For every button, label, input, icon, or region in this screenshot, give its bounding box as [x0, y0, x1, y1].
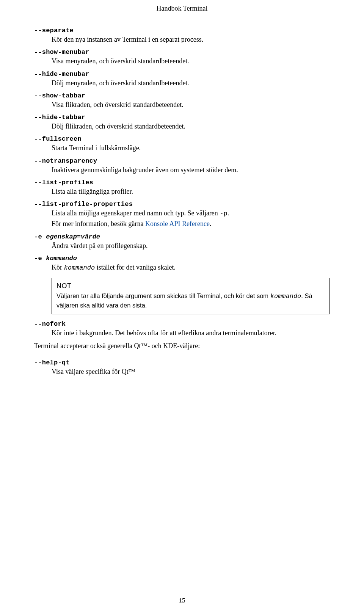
option-description: Starta Terminal i fullskärmsläge. — [52, 143, 330, 152]
option-description: Dölj fllikraden, och överskrid standardb… — [52, 122, 330, 131]
option-arg: kommando — [46, 255, 77, 262]
option-hide-menubar: --hide-menubar Dölj menyraden, och övers… — [34, 71, 330, 88]
option-notransparency: --notransparency Inaktivera genomskinlig… — [34, 157, 330, 174]
option-name: --list-profiles — [34, 179, 93, 186]
option-description: Kör kommando istället för det vanliga sk… — [52, 263, 330, 273]
option-description: Inaktivera genomskinliga bakgrunder även… — [52, 165, 330, 174]
option-name: --list-profile-properties — [34, 201, 133, 208]
konsole-api-link[interactable]: Konsole API Reference — [145, 220, 210, 227]
option-arg: egenskap=värde — [46, 233, 100, 240]
option-name: --show-tabbar — [34, 92, 85, 99]
option-fullscreen: --fullscreen Starta Terminal i fullskärm… — [34, 135, 330, 152]
option-name: --help-qt — [34, 359, 70, 366]
option-name: --hide-tabbar — [34, 114, 85, 121]
option-description: Ändra värdet på en profilegenskap. — [52, 241, 330, 250]
option-description: Visa menyraden, och överskrid standardbe… — [52, 56, 330, 66]
text: istället för det vanliga skalet. — [95, 264, 176, 271]
option-list-profile-properties: --list-profile-properties Lista alla möj… — [34, 201, 330, 228]
text: Lista alla möjliga egenskaper med namn o… — [52, 209, 220, 217]
option-description: Lista alla tillgängliga profiler. — [52, 187, 330, 196]
text: Väljaren tar alla följande argument som … — [56, 292, 270, 299]
option-nofork: --nofork Kör inte i bakgrunden. Det behö… — [34, 320, 330, 337]
option-show-tabbar: --show-tabbar Visa flikraden, och översk… — [34, 92, 330, 109]
text: . — [228, 209, 229, 217]
option-description: Visa väljare specifika för Qt™ — [52, 367, 330, 376]
option-help-qt: --help-qt Visa väljare specifika för Qt™ — [34, 359, 330, 376]
text: Kör — [52, 264, 64, 271]
text: För mer information, besök gärna — [52, 220, 145, 227]
option-hide-tabbar: --hide-tabbar Dölj fllikraden, och övers… — [34, 114, 330, 131]
option-name: -e — [34, 233, 46, 240]
option-description: Kör inte i bakgrunden. Det behövs ofta f… — [52, 328, 330, 337]
option-description: Kör den nya instansen av Terminal i en s… — [52, 35, 330, 44]
inline-code: kommando — [270, 293, 301, 300]
option-name: --notransparency — [34, 157, 97, 165]
option-name: --nofork — [34, 320, 66, 328]
option-name: --separate — [34, 27, 74, 34]
inline-code: kommando — [64, 264, 95, 271]
option-name: --hide-menubar — [34, 71, 89, 78]
option-name: --fullscreen — [34, 135, 82, 143]
generic-options-paragraph: Terminal accepterar också generella Qt™-… — [34, 342, 330, 350]
text: . — [210, 220, 212, 227]
option-description: Visa flikraden, och överskrid standardbe… — [52, 100, 330, 109]
note-title: NOT — [56, 282, 325, 290]
option-separate: --separate Kör den nya instansen av Term… — [34, 27, 330, 44]
option-description: För mer information, besök gärna Konsole… — [52, 219, 330, 228]
note-body: Väljaren tar alla följande argument som … — [56, 292, 325, 309]
inline-option: -p — [220, 210, 227, 217]
option-description: Dölj menyraden, och överskrid standardbe… — [52, 78, 330, 88]
option-e-command: -e kommando Kör kommando istället för de… — [34, 255, 330, 314]
option-name: --show-menubar — [34, 49, 89, 56]
page: Handbok Terminal --separate Kör den nya … — [0, 0, 364, 615]
option-description: Lista alla möjliga egenskaper med namn o… — [52, 209, 330, 218]
option-show-menubar: --show-menubar Visa menyraden, och övers… — [34, 49, 330, 66]
option-list-profiles: --list-profiles Lista alla tillgängliga … — [34, 179, 330, 196]
page-number: 15 — [0, 597, 364, 604]
option-name: -e — [34, 255, 46, 262]
option-e-property: -e egenskap=värde Ändra värdet på en pro… — [34, 233, 330, 250]
page-title: Handbok Terminal — [34, 5, 330, 13]
note-box: NOT Väljaren tar alla följande argument … — [52, 278, 330, 314]
